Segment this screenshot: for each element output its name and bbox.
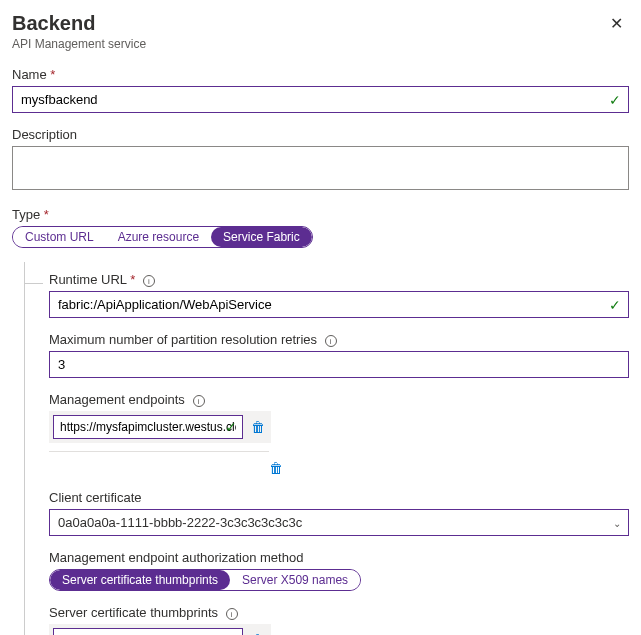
endpoints-label: Management endpoints i: [49, 392, 629, 407]
delete-icon[interactable]: 🗑: [267, 458, 285, 478]
check-icon: ✓: [609, 297, 621, 313]
info-icon[interactable]: i: [193, 395, 205, 407]
auth-option-x509[interactable]: Server X509 names: [230, 570, 360, 590]
check-icon: ✓: [609, 92, 621, 108]
thumbprints-label: Server certificate thumbprints i: [49, 605, 629, 620]
divider: [49, 451, 269, 452]
description-label: Description: [12, 127, 629, 142]
auth-option-thumbprints[interactable]: Server certificate thumbprints: [50, 570, 230, 590]
endpoint-input[interactable]: [53, 415, 243, 439]
name-input[interactable]: [12, 86, 629, 113]
check-icon: ✓: [225, 419, 237, 435]
runtime-url-label: Runtime URL i: [49, 272, 629, 287]
client-cert-select[interactable]: 0a0a0a0a-1111-bbbb-2222-3c3c3c3c3c3c: [49, 509, 629, 536]
auth-method-label: Management endpoint authorization method: [49, 550, 629, 565]
retries-label: Maximum number of partition resolution r…: [49, 332, 629, 347]
delete-icon[interactable]: 🗑: [249, 630, 267, 635]
client-cert-label: Client certificate: [49, 490, 629, 505]
runtime-url-input[interactable]: [49, 291, 629, 318]
type-option-azure-resource[interactable]: Azure resource: [106, 227, 211, 247]
name-label: Name: [12, 67, 629, 82]
description-input[interactable]: [12, 146, 629, 190]
info-icon[interactable]: i: [325, 335, 337, 347]
info-icon[interactable]: i: [226, 608, 238, 620]
auth-method-toggle: Server certificate thumbprints Server X5…: [49, 569, 361, 591]
delete-icon[interactable]: 🗑: [249, 417, 267, 437]
retries-input[interactable]: [49, 351, 629, 378]
type-label: Type: [12, 207, 629, 222]
panel-subtitle: API Management service: [12, 37, 146, 51]
type-option-custom-url[interactable]: Custom URL: [13, 227, 106, 247]
info-icon[interactable]: i: [143, 275, 155, 287]
panel-title: Backend: [12, 12, 146, 35]
close-icon[interactable]: ✕: [604, 12, 629, 35]
type-option-service-fabric[interactable]: Service Fabric: [211, 227, 312, 247]
thumbprint-input[interactable]: [53, 628, 243, 635]
type-toggle: Custom URL Azure resource Service Fabric: [12, 226, 313, 248]
